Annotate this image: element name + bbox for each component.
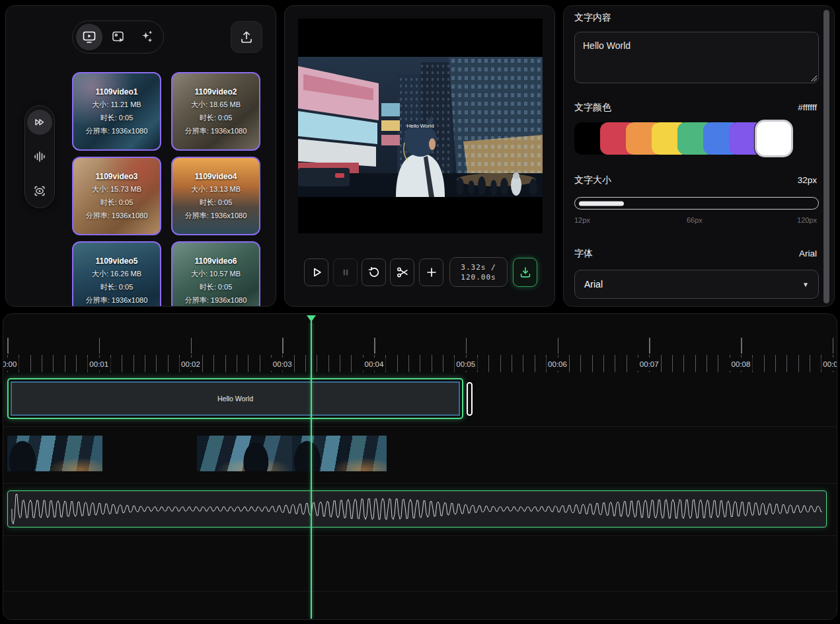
- ruler-tick-minor: [202, 355, 203, 372]
- preview-overlay-text[interactable]: Hello World: [406, 123, 434, 129]
- slider-fill[interactable]: [579, 201, 624, 206]
- ruler-tick-minor: [19, 355, 19, 372]
- ruler-tick-minor: [786, 355, 787, 372]
- card-resolution: 分辨率: 1936x1080: [86, 126, 148, 136]
- ruler-tick-minor: [76, 355, 77, 372]
- ruler-tick-minor: [65, 355, 65, 372]
- text-color-label: 文字颜色: [574, 102, 611, 114]
- card-resolution: 分辨率: 1936x1080: [185, 126, 247, 136]
- card-size: 大小: 13.13 MB: [191, 184, 241, 194]
- ruler-tick-minor: [592, 355, 593, 372]
- plus-icon: [424, 265, 439, 280]
- color-swatch-row: [564, 121, 834, 158]
- track-divider: [3, 591, 837, 592]
- text-content-input[interactable]: Hello World: [574, 32, 819, 83]
- ruler-tick-minor: [110, 355, 111, 372]
- card-resolution: 分辨率: 1936x1080: [86, 295, 148, 305]
- ruler-tick-minor: [340, 355, 340, 372]
- ruler-tick-minor: [305, 355, 306, 372]
- ruler-tick-minor: [535, 355, 535, 372]
- slider-mid-label: 66px: [687, 216, 703, 224]
- media-library-panel: 1109video1 大小: 11.21 MB 时长: 0:05 分辨率: 19…: [5, 5, 276, 307]
- ruler-label: 00:01: [87, 358, 110, 371]
- ruler-label: 00:05: [454, 358, 477, 371]
- card-duration: 时长: 0:05: [100, 113, 134, 123]
- media-card-1109video6[interactable]: 1109video6 大小: 10.57 MB 时长: 0:05 分辨率: 19…: [171, 241, 260, 307]
- ruler-tick-minor: [706, 355, 707, 372]
- ruler-tick-minor: [810, 355, 810, 372]
- ruler-tick-minor: [615, 355, 615, 372]
- rail-audio-button[interactable]: [27, 144, 52, 169]
- ruler-tick-major: [649, 338, 650, 354]
- media-card-1109video3[interactable]: 1109video3 大小: 15.73 MB 时长: 0:05 分辨率: 19…: [72, 157, 161, 235]
- ruler-tick-minor: [156, 355, 157, 372]
- ruler-tick-minor: [764, 355, 765, 372]
- text-size-slider[interactable]: [574, 197, 819, 210]
- audio-clip[interactable]: [7, 490, 827, 527]
- ruler-tick-minor: [168, 355, 169, 372]
- card-size: 大小: 18.65 MB: [191, 100, 241, 110]
- video-editor-app: 1109video1 大小: 11.21 MB 时长: 0:05 分辨率: 19…: [0, 0, 840, 624]
- card-size: 大小: 10.57 MB: [191, 269, 241, 279]
- text-size-value: 32px: [798, 175, 817, 185]
- ruler-tick-minor: [443, 355, 443, 372]
- media-card-1109video5[interactable]: 1109video5 大小: 16.26 MB 时长: 0:05 分辨率: 19…: [72, 241, 161, 307]
- reset-button[interactable]: [362, 258, 386, 286]
- add-button[interactable]: [419, 258, 443, 286]
- ruler-tick-minor: [432, 355, 432, 372]
- card-size: 大小: 15.73 MB: [92, 184, 141, 194]
- ruler-tick-major: [466, 338, 467, 354]
- ruler-tick-minor: [512, 355, 512, 372]
- video-clip[interactable]: [7, 436, 482, 471]
- pause-button[interactable]: [333, 258, 358, 286]
- ruler-tick-minor: [408, 355, 409, 372]
- text-clip[interactable]: Hello World: [7, 378, 463, 419]
- ruler-label: 00:07: [638, 358, 661, 371]
- rail-preview-button[interactable]: [27, 178, 52, 204]
- ruler-tick-minor: [718, 355, 718, 372]
- time-display: 3.32s / 120.00s: [449, 257, 508, 287]
- media-card-1109video4[interactable]: 1109video4 大小: 13.13 MB 时长: 0:05 分辨率: 19…: [171, 157, 260, 235]
- cut-button[interactable]: [390, 258, 414, 286]
- color-swatch[interactable]: [755, 120, 793, 157]
- ruler-tick-major: [282, 338, 284, 354]
- card-title: 1109video4: [194, 172, 237, 181]
- text-clip-trim-handle[interactable]: [467, 382, 473, 416]
- ruler-tick-minor: [237, 355, 237, 372]
- playhead-line[interactable]: [311, 321, 312, 619]
- text-color-value: #ffffff: [798, 102, 817, 112]
- ruler-tick-major: [374, 338, 375, 354]
- play-button[interactable]: [304, 258, 328, 286]
- rail-transitions-button[interactable]: [27, 110, 52, 135]
- media-card-1109video1[interactable]: 1109video1 大小: 11.21 MB 时长: 0:05 分辨率: 19…: [72, 72, 161, 151]
- font-select-value: Arial: [584, 279, 603, 290]
- chevron-down-icon: ▼: [802, 281, 809, 288]
- ruler-tick-minor: [488, 355, 489, 372]
- card-size: 大小: 16.26 MB: [92, 269, 141, 279]
- scissors-icon: [395, 265, 410, 280]
- video-thumbnail: [387, 436, 482, 471]
- ruler-tick-minor: [328, 355, 329, 372]
- ruler-tick-major: [558, 338, 559, 354]
- ruler-tick-minor: [627, 355, 627, 372]
- media-card-1109video2[interactable]: 1109video2 大小: 18.65 MB 时长: 0:05 分辨率: 19…: [171, 72, 260, 151]
- card-duration: 时长: 0:05: [200, 198, 233, 208]
- font-select[interactable]: Arial ▼: [574, 270, 819, 299]
- ruler-tick-minor: [225, 355, 226, 372]
- audio-wave-icon: [32, 149, 47, 164]
- timeline-ruler[interactable]: 00:0000:0100:0200:0300:0400:0500:0600:07…: [3, 314, 837, 377]
- ruler-tick-minor: [752, 355, 753, 372]
- track-divider: [3, 535, 837, 536]
- export-button[interactable]: [513, 258, 537, 287]
- ruler-tick-minor: [477, 355, 478, 372]
- card-duration: 时长: 0:05: [200, 113, 233, 123]
- ruler-tick-minor: [798, 355, 799, 372]
- ruler-tick-minor: [134, 355, 134, 372]
- audio-waveform: [8, 491, 826, 527]
- ruler-tick-major: [741, 338, 742, 354]
- ruler-tick-major: [7, 338, 9, 354]
- card-duration: 时长: 0:05: [100, 198, 134, 208]
- ruler-tick-minor: [661, 355, 662, 372]
- ruler-label: 00:03: [271, 358, 294, 371]
- props-scrollbar[interactable]: [823, 10, 829, 303]
